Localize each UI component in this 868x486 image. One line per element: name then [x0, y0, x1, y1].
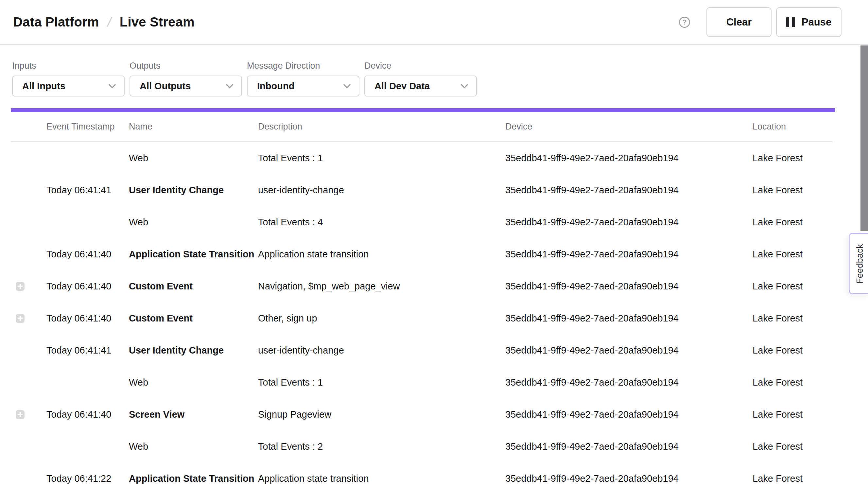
table-row[interactable]: Today 06:41:40 Application State Transit… [11, 238, 832, 270]
event-description-cell: Navigation, $mp_web_page_view [258, 281, 505, 292]
event-description-cell: Application state transition [258, 249, 505, 260]
chevron-down-icon [108, 84, 116, 88]
event-location-cell: Lake Forest [752, 249, 832, 260]
event-device-cell: 35eddb41-9ff9-49e2-7aed-20afa90eb194 [505, 281, 752, 292]
events-table: Event Timestamp Name Description Device … [11, 112, 832, 486]
event-description-cell: user-identity-change [258, 185, 505, 195]
event-description-cell: Total Events : 1 [258, 377, 505, 388]
filter-device-label: Device [364, 61, 477, 71]
table-header-row: Event Timestamp Name Description Device … [11, 112, 832, 142]
column-header-device: Device [505, 122, 752, 132]
feedback-tab-label: Feedback [855, 244, 865, 283]
event-description-cell: Total Events : 4 [258, 217, 505, 227]
event-name-cell: Custom Event [129, 313, 258, 324]
event-location-cell: Lake Forest [752, 217, 832, 227]
breadcrumb-root[interactable]: Data Platform [13, 15, 99, 29]
table-row[interactable]: Web Total Events : 1 35eddb41-9ff9-49e2-… [11, 142, 832, 174]
filter-message-direction: Message Direction Inbound [247, 61, 360, 96]
table-row[interactable]: Web Total Events : 4 35eddb41-9ff9-49e2-… [11, 206, 832, 238]
event-timestamp-cell: Today 06:41:40 [46, 249, 129, 260]
event-name-cell: Web [129, 377, 258, 388]
breadcrumb-current: Live Stream [120, 15, 195, 29]
event-location-cell: Lake Forest [752, 473, 832, 484]
table-row[interactable]: Today 06:41:40 Screen View Signup Pagevi… [11, 398, 832, 430]
column-header-name: Name [129, 122, 258, 132]
event-name-cell: Web [129, 441, 258, 452]
event-location-cell: Lake Forest [752, 281, 832, 292]
device-select[interactable]: All Dev Data [364, 75, 477, 96]
table-row[interactable]: Today 06:41:41 User Identity Change user… [11, 334, 832, 366]
table-row[interactable]: Today 06:41:22 Application State Transit… [11, 462, 832, 486]
help-icon[interactable]: ? [679, 17, 690, 28]
vertical-scrollbar[interactable] [861, 45, 868, 231]
stream-accent-bar [11, 108, 835, 112]
chevron-down-icon [343, 84, 351, 88]
expand-plus-icon[interactable] [16, 314, 25, 323]
filter-message-direction-label: Message Direction [247, 61, 360, 71]
pause-icon [786, 17, 795, 27]
filter-outputs-label: Outputs [129, 61, 242, 71]
event-device-cell: 35eddb41-9ff9-49e2-7aed-20afa90eb194 [505, 345, 752, 356]
event-name-cell: Web [129, 153, 258, 163]
filter-device: Device All Dev Data [364, 61, 477, 96]
event-timestamp-cell: Today 06:41:41 [46, 185, 129, 195]
event-name-cell: Web [129, 217, 258, 227]
filter-outputs: Outputs All Outputs [129, 61, 242, 96]
event-device-cell: 35eddb41-9ff9-49e2-7aed-20afa90eb194 [505, 313, 752, 324]
event-description-cell: Other, sign up [258, 313, 505, 324]
event-location-cell: Lake Forest [752, 377, 832, 388]
expand-plus-icon[interactable] [16, 410, 25, 419]
event-description-cell: Application state transition [258, 473, 505, 484]
device-select-value: All Dev Data [374, 81, 430, 92]
message-direction-select[interactable]: Inbound [247, 75, 360, 96]
feedback-tab[interactable]: Feedback [849, 233, 868, 294]
inputs-select[interactable]: All Inputs [12, 75, 125, 96]
event-device-cell: 35eddb41-9ff9-49e2-7aed-20afa90eb194 [505, 217, 752, 227]
event-name-cell: User Identity Change [129, 345, 258, 356]
outputs-select[interactable]: All Outputs [129, 75, 242, 96]
live-stream-page: Data Platform / Live Stream ? Clear Paus… [0, 0, 868, 486]
event-device-cell: 35eddb41-9ff9-49e2-7aed-20afa90eb194 [505, 153, 752, 163]
filter-inputs: Inputs All Inputs [12, 61, 125, 96]
topbar: Data Platform / Live Stream ? Clear Paus… [0, 0, 868, 45]
expand-plus-icon[interactable] [16, 282, 25, 291]
table-row[interactable]: Today 06:41:40 Custom Event Other, sign … [11, 302, 832, 334]
event-description-cell: user-identity-change [258, 345, 505, 356]
clear-button[interactable]: Clear [707, 7, 772, 37]
column-header-location: Location [752, 122, 832, 132]
topbar-actions: ? Clear Pause [679, 7, 841, 37]
chevron-down-icon [461, 84, 468, 88]
table-row[interactable]: Web Total Events : 2 35eddb41-9ff9-49e2-… [11, 430, 832, 462]
breadcrumb-separator-icon: / [106, 15, 113, 29]
column-header-event-timestamp: Event Timestamp [46, 122, 129, 132]
event-device-cell: 35eddb41-9ff9-49e2-7aed-20afa90eb194 [505, 185, 752, 195]
event-description-cell: Total Events : 2 [258, 441, 505, 452]
chevron-down-icon [226, 84, 234, 88]
pause-label: Pause [802, 17, 831, 28]
event-name-cell: User Identity Change [129, 185, 258, 195]
event-device-cell: 35eddb41-9ff9-49e2-7aed-20afa90eb194 [505, 249, 752, 260]
event-name-cell: Custom Event [129, 281, 258, 292]
filter-inputs-label: Inputs [12, 61, 125, 71]
question-mark-glyph: ? [682, 19, 686, 26]
inputs-select-value: All Inputs [22, 81, 65, 92]
event-location-cell: Lake Forest [752, 345, 832, 356]
event-name-cell: Screen View [129, 409, 258, 420]
event-location-cell: Lake Forest [752, 441, 832, 452]
event-device-cell: 35eddb41-9ff9-49e2-7aed-20afa90eb194 [505, 473, 752, 484]
event-timestamp-cell: Today 06:41:41 [46, 345, 129, 356]
breadcrumb: Data Platform / Live Stream [13, 15, 195, 29]
event-device-cell: 35eddb41-9ff9-49e2-7aed-20afa90eb194 [505, 409, 752, 420]
event-timestamp-cell: Today 06:41:40 [46, 409, 129, 420]
event-timestamp-cell: Today 06:41:40 [46, 313, 129, 324]
table-row[interactable]: Today 06:41:40 Custom Event Navigation, … [11, 270, 832, 302]
filter-bar: Inputs All Inputs Outputs All Outputs Me… [12, 61, 868, 96]
pause-button[interactable]: Pause [776, 7, 841, 37]
event-description-cell: Total Events : 1 [258, 153, 505, 163]
column-header-description: Description [258, 122, 505, 132]
event-location-cell: Lake Forest [752, 153, 832, 163]
event-timestamp-cell: Today 06:41:40 [46, 281, 129, 292]
table-row[interactable]: Web Total Events : 1 35eddb41-9ff9-49e2-… [11, 366, 832, 398]
table-row[interactable]: Today 06:41:41 User Identity Change user… [11, 174, 832, 206]
event-location-cell: Lake Forest [752, 185, 832, 195]
